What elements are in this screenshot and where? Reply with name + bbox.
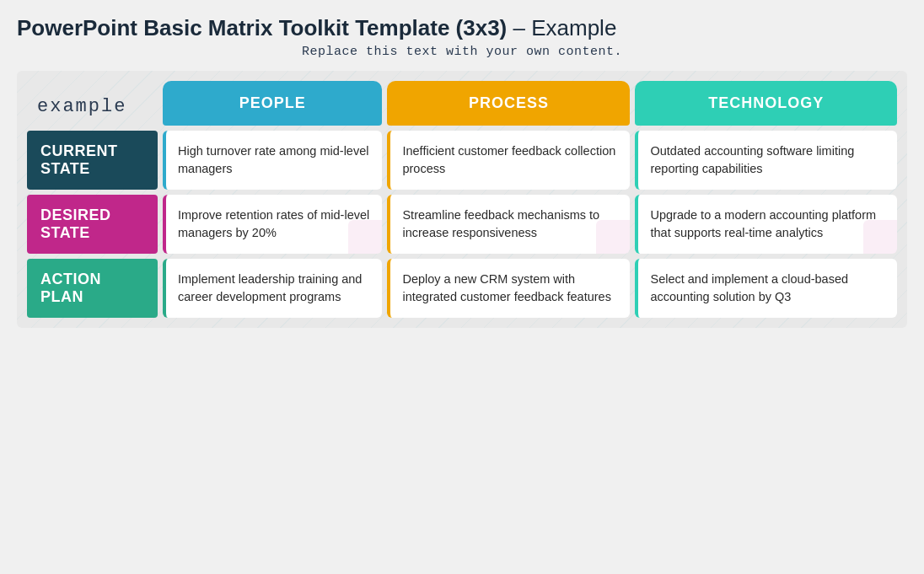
cell-desired-technology: Upgrade to a modern accounting platform … (635, 195, 897, 254)
cell-current-people: High turnover rate among mid-level manag… (163, 131, 382, 190)
col-header-process: PROCESS (387, 81, 630, 126)
desired-state-row: DESIREDSTATE Improve retention rates of … (27, 195, 897, 254)
cell-desired-process: Streamline feedback mechanisms to increa… (387, 195, 630, 254)
cell-current-process: Inefficient customer feedback collection… (387, 131, 630, 190)
cell-current-technology: Outdated accounting software limiting re… (635, 131, 897, 190)
action-plan-row: ACTIONPLAN Implement leadership training… (27, 259, 897, 318)
col-header-technology: TECHNOLOGY (635, 81, 897, 126)
subtitle: Replace this text with your own content. (17, 45, 907, 59)
row-header-desired-state: DESIREDSTATE (27, 195, 158, 254)
row-header-action-plan: ACTIONPLAN (27, 259, 158, 318)
row-header-current-state: CURRENTSTATE (27, 131, 158, 190)
cell-action-people: Implement leadership training and career… (163, 259, 382, 318)
cell-action-technology: Select and implement a cloud-based accou… (635, 259, 897, 318)
matrix-container: example PEOPLE PROCESS TECHNOLOGY CURREN… (17, 71, 907, 328)
matrix-corner-label: example (27, 81, 158, 126)
cell-desired-people: Improve retention rates of mid-level man… (163, 195, 382, 254)
col-header-people: PEOPLE (163, 81, 382, 126)
current-state-row: CURRENTSTATE High turnover rate among mi… (27, 131, 897, 190)
page-title: PowerPoint Basic Matrix Toolkit Template… (17, 15, 907, 41)
cell-action-process: Deploy a new CRM system with integrated … (387, 259, 630, 318)
